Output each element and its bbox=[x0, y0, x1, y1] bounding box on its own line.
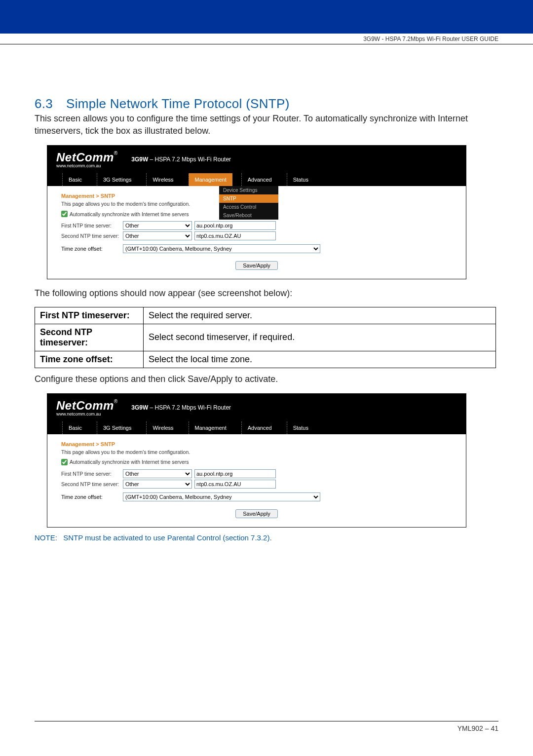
second-ntp-label: Second NTP time server: bbox=[61, 481, 123, 487]
first-ntp-label: First NTP time server: bbox=[61, 223, 123, 228]
section-intro: This screen allows you to configure the … bbox=[35, 113, 498, 137]
router-brand-url: www.netcomm.com.au bbox=[56, 412, 117, 416]
nav-management[interactable]: Management bbox=[189, 421, 232, 434]
note-line: NOTE: SNTP must be activated to use Pare… bbox=[35, 533, 498, 542]
nav-management[interactable]: Management bbox=[189, 173, 232, 186]
router-screenshot-1: NetComm® www.netcomm.com.au 3G9W – HSPA … bbox=[47, 145, 466, 279]
page-description: This page allows you to the modem's time… bbox=[61, 449, 452, 455]
router-header: NetComm® www.netcomm.com.au 3G9W – HSPA … bbox=[47, 146, 466, 173]
document-page-number: YML902 – 41 bbox=[457, 724, 498, 732]
router-body-2: Management > SNTP This page allows you t… bbox=[47, 434, 466, 527]
management-submenu: Device Settings SNTP Access Control Save… bbox=[219, 186, 278, 220]
page-header-rule: 3G9W - HSPA 7.2Mbps Wi-Fi Router USER GU… bbox=[0, 34, 533, 44]
nav-3g[interactable]: 3G Settings bbox=[97, 421, 137, 434]
router-model-label: 3G9W – HSPA 7.2 Mbps Wi-Fi Router bbox=[117, 156, 231, 163]
paragraph-after-first: The following options should now appear … bbox=[35, 287, 498, 300]
brand-tm-icon: ® bbox=[114, 151, 117, 156]
paragraph-after-table: Configure these options and then click S… bbox=[35, 373, 498, 385]
breadcrumb: Management > SNTP bbox=[61, 441, 452, 447]
brand-tm-icon: ® bbox=[114, 399, 117, 404]
opt-desc: Select second timeserver, if required. bbox=[144, 324, 496, 351]
second-ntp-input[interactable] bbox=[194, 480, 276, 489]
router-header-2: NetComm® www.netcomm.com.au 3G9W – HSPA … bbox=[47, 394, 466, 421]
second-ntp-input[interactable] bbox=[194, 231, 276, 240]
sync-checkbox-label: Automatically synchronize with Internet … bbox=[70, 459, 189, 465]
section-number: 6.3 bbox=[35, 96, 66, 112]
table-row: Time zone offset: Select the local time … bbox=[35, 351, 496, 368]
nav-3g[interactable]: 3G Settings bbox=[97, 173, 137, 186]
router-screenshot-2: NetComm® www.netcomm.com.au 3G9W – HSPA … bbox=[47, 393, 466, 528]
tz-select[interactable]: (GMT+10:00) Canberra, Melbourne, Sydney bbox=[123, 492, 320, 501]
page-footer: YML902 – 41 bbox=[35, 721, 498, 732]
first-ntp-select[interactable]: Other bbox=[123, 469, 192, 478]
second-ntp-select[interactable]: Other bbox=[123, 480, 192, 489]
save-apply-button[interactable]: Save/Apply bbox=[235, 261, 278, 270]
first-ntp-input[interactable] bbox=[194, 221, 276, 230]
tz-label: Time zone offset: bbox=[61, 246, 123, 252]
page-top-bar bbox=[0, 0, 533, 34]
table-row: Second NTP timeserver: Select second tim… bbox=[35, 324, 496, 351]
submenu-access-control[interactable]: Access Control bbox=[219, 203, 278, 211]
section-title: Simple Network Time Protocol (SNTP) bbox=[66, 96, 290, 111]
tz-label: Time zone offset: bbox=[61, 494, 123, 500]
nav-basic[interactable]: Basic bbox=[62, 173, 88, 186]
nav-status[interactable]: Status bbox=[287, 421, 314, 434]
nav-advanced[interactable]: Advanced bbox=[241, 421, 278, 434]
guide-title: 3G9W - HSPA 7.2Mbps Wi-Fi Router USER GU… bbox=[363, 36, 498, 42]
opt-label: Time zone offset: bbox=[35, 351, 144, 368]
router-brand-logo: NetComm bbox=[56, 399, 114, 412]
first-ntp-select[interactable]: Other bbox=[123, 221, 192, 230]
router-model-label: 3G9W – HSPA 7.2 Mbps Wi-Fi Router bbox=[117, 404, 231, 411]
sync-checkbox[interactable] bbox=[61, 459, 68, 465]
second-ntp-label: Second NTP time server: bbox=[61, 233, 123, 239]
nav-status[interactable]: Status bbox=[287, 173, 314, 186]
router-nav-2: Basic 3G Settings Wireless Management Ad… bbox=[47, 421, 466, 434]
nav-wireless[interactable]: Wireless bbox=[146, 173, 179, 186]
save-apply-button[interactable]: Save/Apply bbox=[235, 509, 278, 518]
note-text: SNTP must be activated to use Parental C… bbox=[63, 533, 271, 542]
options-table: First NTP timeserver: Select the require… bbox=[35, 307, 496, 368]
router-brand-url: www.netcomm.com.au bbox=[56, 163, 117, 168]
nav-wireless[interactable]: Wireless bbox=[146, 421, 179, 434]
first-ntp-input[interactable] bbox=[194, 469, 276, 478]
section-heading: 6.3Simple Network Time Protocol (SNTP) bbox=[35, 96, 498, 112]
router-nav: Basic 3G Settings Wireless Management Ad… bbox=[47, 173, 466, 186]
sync-checkbox[interactable] bbox=[61, 211, 68, 217]
nav-basic[interactable]: Basic bbox=[62, 421, 88, 434]
second-ntp-select[interactable]: Other bbox=[123, 231, 192, 240]
opt-desc: Select the local time zone. bbox=[144, 351, 496, 368]
sync-checkbox-label: Automatically synchronize with Internet … bbox=[70, 211, 189, 217]
router-brand-logo: NetComm bbox=[56, 151, 114, 164]
note-label: NOTE: bbox=[35, 533, 61, 542]
table-row: First NTP timeserver: Select the require… bbox=[35, 307, 496, 324]
opt-label: First NTP timeserver: bbox=[35, 307, 144, 324]
tz-select[interactable]: (GMT+10:00) Canberra, Melbourne, Sydney bbox=[123, 244, 320, 253]
opt-label: Second NTP timeserver: bbox=[35, 324, 144, 351]
submenu-save-reboot[interactable]: Save/Reboot bbox=[219, 211, 278, 220]
first-ntp-label: First NTP time server: bbox=[61, 471, 123, 477]
page-content: 6.3Simple Network Time Protocol (SNTP) T… bbox=[0, 44, 533, 542]
opt-desc: Select the required server. bbox=[144, 307, 496, 324]
nav-advanced[interactable]: Advanced bbox=[241, 173, 278, 186]
submenu-device-settings[interactable]: Device Settings bbox=[219, 186, 278, 194]
submenu-sntp[interactable]: SNTP bbox=[219, 194, 278, 203]
